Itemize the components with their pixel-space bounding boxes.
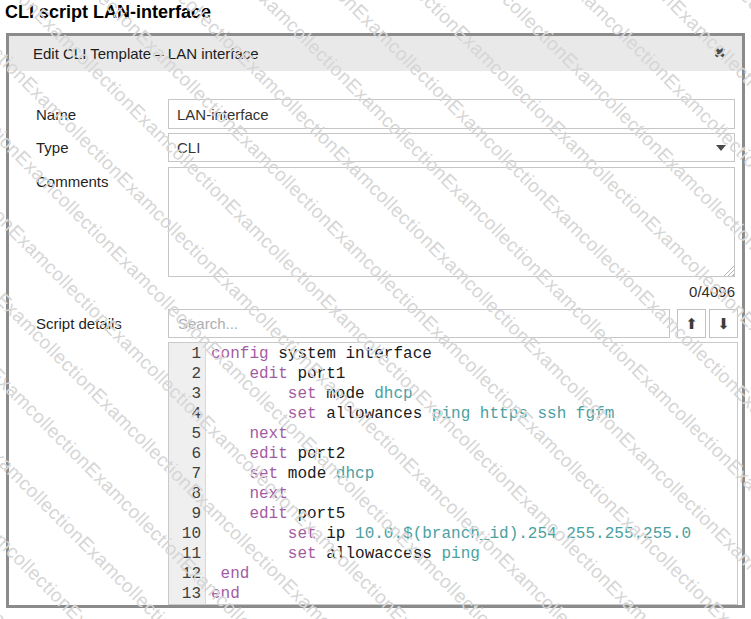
name-label: Name [36, 106, 76, 123]
line-number: 5 [169, 424, 205, 444]
down-arrow-icon: ⬇ [717, 315, 730, 333]
line-number: 6 [169, 444, 205, 464]
code-line: set allowances ping https ssh fgfm [211, 404, 737, 424]
line-number: 13 [169, 584, 205, 604]
code-line: next [211, 484, 737, 504]
comments-textarea[interactable] [168, 167, 735, 277]
line-number: 3 [169, 384, 205, 404]
line-number: 9 [169, 504, 205, 524]
code-line: end [211, 564, 737, 584]
line-number: 2 [169, 364, 205, 384]
page-title: CLI script LAN-interface [5, 2, 211, 23]
up-arrow-icon: ⬆ [685, 315, 698, 333]
line-number: 11 [169, 544, 205, 564]
close-icon: ✖ [713, 44, 726, 62]
code-line: config system interface [211, 344, 737, 364]
line-number: 1 [169, 344, 205, 364]
code-line: edit port2 [211, 444, 737, 464]
search-previous-button[interactable]: ⬆ [677, 309, 706, 338]
code-line: set allowaccess ping [211, 544, 737, 564]
line-number: 8 [169, 484, 205, 504]
code-gutter: 12345678910111213 [169, 343, 206, 604]
code-line: set ip 10.0.$(branch_id).254 255.255.255… [211, 524, 737, 544]
dialog-title: Edit CLI Template – LAN interface [33, 45, 259, 62]
code-line: set mode dhcp [211, 464, 737, 484]
line-number: 4 [169, 404, 205, 424]
code-line: edit port5 [211, 504, 737, 524]
search-next-button[interactable]: ⬇ [709, 309, 738, 338]
code-line: end [211, 584, 737, 604]
comments-label: Comments [36, 173, 109, 190]
code-line: next [211, 424, 737, 444]
dialog-header: Edit CLI Template – LAN interface ✖ [9, 36, 742, 71]
type-select-value: CLI [177, 139, 200, 156]
char-counter: 0/4096 [168, 283, 735, 300]
name-input[interactable] [168, 99, 735, 129]
close-button[interactable]: ✖ [709, 44, 730, 63]
type-select[interactable]: CLI [168, 133, 735, 162]
line-number: 10 [169, 524, 205, 544]
code-line: edit port1 [211, 364, 737, 384]
edit-cli-template-dialog: Edit CLI Template – LAN interface ✖ Name… [6, 33, 745, 608]
script-details-label: Script details [36, 315, 122, 332]
line-number: 7 [169, 464, 205, 484]
chevron-down-icon [716, 145, 726, 151]
line-number: 12 [169, 564, 205, 584]
code-lines: config system interface edit port1 set m… [206, 343, 737, 604]
search-input[interactable] [168, 309, 670, 338]
type-label: Type [36, 139, 69, 156]
script-code-editor[interactable]: 12345678910111213 config system interfac… [168, 342, 738, 605]
code-line: set mode dhcp [211, 384, 737, 404]
